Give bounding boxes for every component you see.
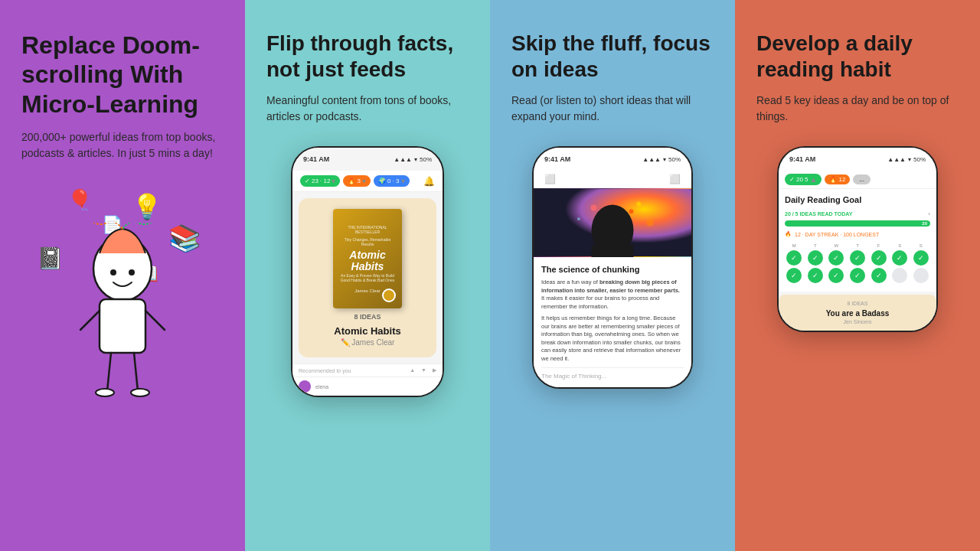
phone-4-badge-row: ✓ 20 5 ▲ 🔥 12 ... — [779, 171, 936, 189]
panel-1-title: Replace Doom-scrolling With Micro-Learni… — [21, 31, 224, 119]
calendar-row-1: ✓ ✓ ✓ ✓ ✓ ✓ ✓ — [785, 250, 930, 266]
book-cover-title: Atomic Habits — [339, 249, 396, 273]
book-card-author: ✏️ James Clear — [341, 338, 395, 347]
panel-3-title: Skip the fluff, focus on ideas — [511, 31, 714, 82]
cal-check: ✓ — [786, 268, 802, 283]
user-avatar — [299, 380, 311, 393]
cal-check: ✓ — [850, 250, 865, 266]
phone-3-wrapper: 9:41 AM ▲▲▲ ▾ 50% ⬜ ⬜ — [511, 146, 714, 389]
book-cover-tagline: An Easy & Proven Way to Build Good Habit… — [339, 273, 396, 282]
article-illustration — [534, 188, 691, 257]
article-para2: It helps us remember things for a long t… — [541, 315, 684, 363]
day-t1: T — [806, 243, 825, 248]
book-cover: THE INTERNATIONAL BESTSELLER Tiny Change… — [333, 209, 402, 308]
calendar-row-2: ✓ ✓ ✓ ✓ ✓ — [785, 268, 930, 283]
book-card-title: Atomic Habits — [334, 325, 400, 337]
book-cover-subtitle: THE INTERNATIONAL BESTSELLER — [339, 225, 396, 234]
svg-point-1 — [110, 269, 116, 276]
phone-3-time: 9:41 AM — [544, 155, 570, 163]
wifi-icon: ▾ — [663, 156, 666, 163]
day-s1: S — [890, 243, 910, 248]
day-m: M — [785, 243, 804, 248]
illustration-area: 💡 🎈 📚 📓 📖 📄 — [21, 184, 224, 399]
panel-facts: Flip through facts, not just feeds Meani… — [245, 0, 490, 551]
cal-check: ✓ — [808, 250, 823, 266]
phone-3-mockup: 9:41 AM ▲▲▲ ▾ 50% ⬜ ⬜ — [532, 146, 693, 389]
svg-point-15 — [577, 217, 580, 220]
bulb-icon: 💡 — [132, 192, 162, 221]
progress-fill — [785, 220, 930, 227]
fire-icon: 🔥 — [785, 231, 792, 237]
phone-3-icons: ▲▲▲ ▾ 50% — [642, 156, 681, 163]
cal-check: ✓ — [828, 268, 844, 283]
chevron-right-icon: › — [928, 210, 930, 217]
cal-check: ✓ — [828, 250, 844, 266]
rec-icons: ▲ ▼ ▶ — [410, 367, 436, 373]
phone-2-mockup: 9:41 AM ▲▲▲ ▾ 50% ✓ 23 · 12 ▾ 🔥 3 ▾ — [291, 146, 444, 397]
svg-point-13 — [591, 205, 597, 211]
cal-check: ✓ — [850, 268, 865, 283]
phone-4-wrapper: 9:41 AM ▲▲▲ ▾ 50% ✓ 20 5 ▲ 🔥 12 ... — [756, 146, 959, 332]
toolbar-icon-1: ⬜ — [544, 174, 556, 184]
user-row: elena — [292, 377, 443, 396]
cal-empty — [913, 268, 929, 283]
phone-3-status-bar: 9:41 AM ▲▲▲ ▾ 50% — [534, 148, 691, 171]
phone-2-wrapper: 9:41 AM ▲▲▲ ▾ 50% ✓ 23 · 12 ▾ 🔥 3 ▾ — [266, 146, 469, 397]
balloon-icon: 🎈 — [67, 188, 92, 212]
panel-2-subtitle: Meaningful content from tons of books, a… — [266, 93, 469, 125]
badge-blue: 🌍 0 · 3 ▾ — [374, 175, 410, 187]
notebook-icon: 📓 — [37, 246, 64, 271]
bell-icon: 🔔 — [423, 176, 435, 187]
username: elena — [315, 384, 328, 390]
signal-icon: ▲▲▲ — [887, 156, 906, 163]
thumb-up-icon: ▲ — [410, 367, 415, 373]
phone-2-time: 9:41 AM — [303, 155, 329, 163]
phone4-badge-green: ✓ 20 5 ▲ — [785, 174, 822, 185]
bottom-book-card: 8 IDEAS You are a Badass Jen Sincero — [779, 295, 936, 331]
goal-progress-row: 20 / 5 IDEAS READ TODAY › — [785, 210, 930, 217]
bottom-ideas: 8 IDEAS — [785, 301, 930, 306]
recommended-bar: Recommended to you ▲ ▼ ▶ — [292, 364, 443, 377]
svg-rect-3 — [100, 299, 145, 353]
progress-bar: 20 — [785, 220, 930, 227]
day-t2: T — [848, 243, 867, 248]
svg-line-7 — [134, 353, 138, 391]
svg-point-9 — [131, 389, 149, 396]
svg-point-2 — [129, 269, 135, 276]
svg-rect-12 — [592, 246, 634, 258]
goal-ideas-label: 20 / 5 IDEAS READ TODAY — [785, 211, 852, 217]
book-cover-badge — [382, 289, 396, 302]
phone-2-icons: ▲▲▲ ▾ 50% — [394, 156, 432, 163]
panel-habit: Develop a daily reading habit Read 5 key… — [735, 0, 980, 551]
day-s2: S — [911, 243, 930, 248]
signal-icon: ▲▲▲ — [394, 156, 412, 163]
daily-goal-section: Daily Reading Goal 20 / 5 IDEAS READ TOD… — [779, 189, 936, 292]
book-card: THE INTERNATIONAL BESTSELLER Tiny Change… — [299, 198, 436, 357]
panel-3-subtitle: Read (or listen to) short ideas that wil… — [511, 93, 714, 125]
phone4-badge-orange: 🔥 12 — [825, 174, 850, 184]
phone-2-badges-bar: ✓ 23 · 12 ▾ 🔥 3 ▾ 🌍 0 · 3 ▾ 🔔 — [292, 171, 443, 192]
day-w: W — [827, 243, 846, 248]
svg-line-6 — [107, 353, 111, 391]
phone-3-toolbar: ⬜ ⬜ — [534, 171, 691, 188]
streak-info: 🔥 12 · DAY STREAK · 100 LONGEST — [785, 231, 930, 237]
phone-4-time: 9:41 AM — [789, 155, 815, 163]
book-ideas-count: 8 IDEAS — [354, 313, 381, 321]
cal-check: ✓ — [786, 250, 802, 266]
thumb-down-icon: ▼ — [421, 367, 426, 373]
svg-point-16 — [646, 219, 654, 227]
svg-point-14 — [636, 202, 641, 207]
phone4-badge-extra: ... — [853, 174, 871, 184]
article-body: The science of chunking Ideas are a fun … — [534, 257, 691, 387]
skip-icon: ▶ — [433, 367, 436, 373]
cal-check: ✓ — [871, 268, 887, 283]
cal-check: ✓ — [808, 268, 823, 283]
panel-4-subtitle: Read 5 key ideas a day and be on top of … — [756, 93, 959, 125]
cal-empty — [892, 268, 907, 283]
book-cover-subtitle2: Tiny Changes, Remarkable Results — [339, 237, 396, 246]
panel-4-title: Develop a daily reading habit — [756, 31, 959, 82]
signal-icon: ▲▲▲ — [642, 156, 661, 163]
badge-green: ✓ 23 · 12 ▾ — [300, 175, 340, 187]
daily-goal-title: Daily Reading Goal — [785, 195, 930, 204]
phone-4-status-bar: 9:41 AM ▲▲▲ ▾ 50% — [779, 148, 936, 171]
